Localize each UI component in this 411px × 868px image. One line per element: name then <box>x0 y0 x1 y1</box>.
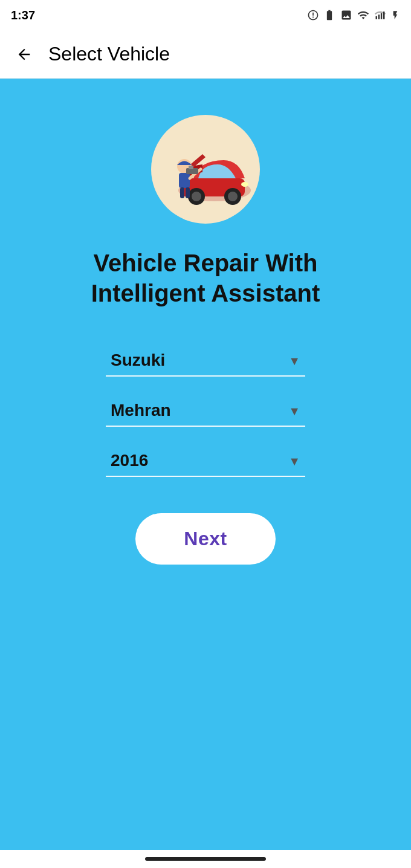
year-dropdown-container: 2016 2017 2018 2019 2020 2021 2022 ▼ <box>106 445 305 477</box>
wifi-icon <box>357 9 370 21</box>
main-content: Vehicle Repair With Intelligent Assistan… <box>0 79 411 868</box>
status-icons <box>307 9 400 21</box>
back-button[interactable] <box>12 42 36 66</box>
brand-dropdown[interactable]: Suzuki Toyota Honda Kia <box>106 345 305 377</box>
charging-icon <box>390 9 400 21</box>
back-arrow-icon <box>16 46 33 63</box>
battery-icon <box>323 9 336 21</box>
avatar-circle <box>151 115 260 224</box>
svg-rect-1 <box>378 15 380 19</box>
status-time: 1:37 <box>11 8 35 22</box>
image-icon <box>340 9 353 21</box>
svg-point-10 <box>241 182 248 187</box>
svg-point-7 <box>192 192 201 201</box>
brand-dropdown-container: Suzuki Toyota Honda Kia ▼ <box>106 345 305 377</box>
svg-rect-2 <box>381 13 383 19</box>
signal-icon <box>374 9 387 21</box>
svg-rect-3 <box>383 11 385 19</box>
status-bar: 1:37 <box>0 0 411 30</box>
svg-rect-14 <box>186 187 190 198</box>
svg-rect-12 <box>179 173 190 188</box>
gesture-indicator <box>145 857 266 861</box>
app-bar: Select Vehicle <box>0 30 411 79</box>
svg-rect-13 <box>180 187 184 198</box>
page-title: Select Vehicle <box>48 43 170 65</box>
gesture-bar <box>0 850 411 868</box>
svg-rect-0 <box>376 16 378 19</box>
next-button[interactable]: Next <box>135 513 275 565</box>
mechanic-car-illustration <box>157 121 254 218</box>
app-title: Vehicle Repair With Intelligent Assistan… <box>36 248 375 308</box>
svg-point-9 <box>228 192 238 201</box>
year-dropdown[interactable]: 2016 2017 2018 2019 2020 2021 2022 <box>106 445 305 477</box>
model-dropdown[interactable]: Mehran Swift Cultus Alto Wagon R <box>106 395 305 427</box>
svg-rect-16 <box>189 166 193 169</box>
notification-icon <box>307 9 319 21</box>
model-dropdown-container: Mehran Swift Cultus Alto Wagon R ▼ <box>106 395 305 427</box>
